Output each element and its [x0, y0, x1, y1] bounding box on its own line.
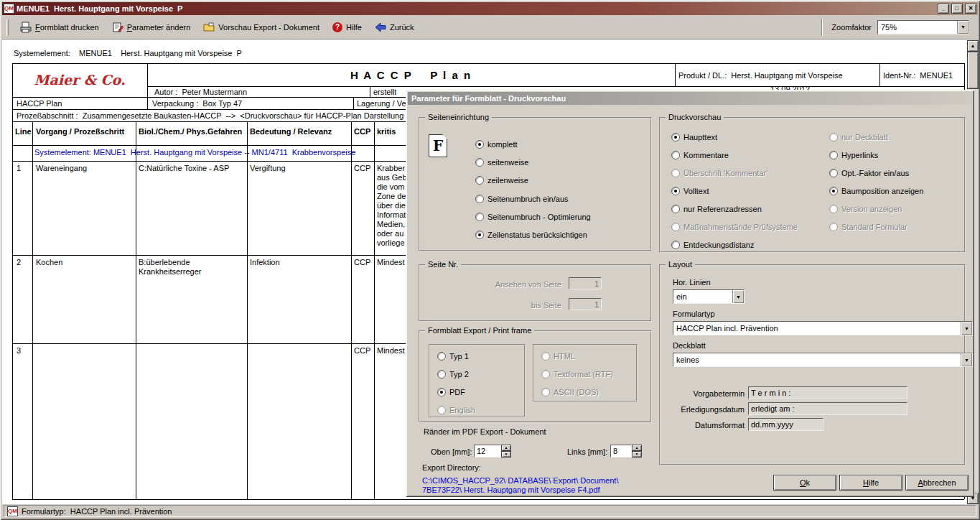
- status-text: Formulartyp: HACCP Plan incl. Prävention: [22, 507, 172, 516]
- help-button[interactable]: ? Hilfe: [330, 21, 365, 34]
- von-seite-label: Ansehen von Seite: [431, 280, 561, 289]
- radio-icon: [671, 205, 680, 213]
- cancel-button[interactable]: Abbrechen: [905, 475, 969, 491]
- radio-english: English: [437, 405, 475, 415]
- preview-export-label: Vorschau Export - Dokument: [218, 23, 319, 32]
- window-titlebar[interactable]: QM MENUE1 Herst. Hauptgang mit Vorspeise…: [2, 2, 978, 15]
- radio-opt-faktor[interactable]: Opt.-Faktor ein/aus: [829, 168, 909, 178]
- export-path-line1[interactable]: C:\CIMOS_HACCP_92\ DATABASE\ Export\ Doc…: [422, 476, 618, 485]
- spin-down-icon[interactable]: ▼: [501, 451, 511, 458]
- radio-ueberschrift-kommentar: Überschrift 'Kommentar': [671, 168, 767, 178]
- verpackung-cell: Verpackung : Box Typ 47: [152, 99, 242, 108]
- app-qm-icon[interactable]: QM: [4, 4, 14, 14]
- spin-down-icon[interactable]: ▼: [632, 451, 642, 458]
- dialog-titlebar[interactable]: Parameter für Formblatt - Druckvorschau: [408, 92, 972, 105]
- deckblatt-combobox[interactable]: keines ▼: [673, 353, 973, 367]
- chevron-down-icon[interactable]: ▼: [961, 353, 972, 366]
- links-input[interactable]: 8: [610, 445, 632, 458]
- formulartyp-combobox[interactable]: HACCP Plan incl. Prävention ▼: [673, 321, 973, 335]
- oben-spinner[interactable]: ▲ ▼: [501, 445, 511, 458]
- radio-icon: [829, 133, 838, 141]
- von-seite-input[interactable]: 1: [569, 277, 602, 289]
- vorgabetermin-input[interactable]: T e r m i n :: [748, 386, 907, 399]
- row2-gefahren: B:überlebende Krankheitserreger: [139, 258, 201, 277]
- radio-icon: [671, 169, 680, 177]
- links-label: Links [mm]:: [567, 447, 607, 456]
- back-button[interactable]: Zurück: [372, 20, 417, 34]
- col-header-gefahren: Biol./Chem./ Phys.Gefahren: [139, 127, 242, 136]
- radio-kommentare[interactable]: Kommentare: [671, 150, 729, 160]
- spin-up-icon[interactable]: ▲: [501, 445, 511, 451]
- radio-komplett[interactable]: komplett: [475, 139, 518, 149]
- window-title: MENUE1 Herst. Hauptgang mit Vorspeise P: [17, 4, 935, 13]
- radio-typ2[interactable]: Typ 2: [437, 369, 469, 379]
- chevron-down-icon[interactable]: ▼: [961, 322, 972, 335]
- radio-zeilenweise[interactable]: zeilenweise: [475, 175, 528, 185]
- system-element-line: Systemelement: MENUE1 Herst. Hauptgang m…: [14, 49, 242, 57]
- radio-label: ASCII (DOS): [554, 388, 599, 396]
- scroll-up-icon[interactable]: ▲: [967, 40, 979, 52]
- systemelement-link-row[interactable]: Systemelement: MENUE1 Herst. Hauptgang m…: [34, 148, 355, 157]
- radio-referenzadressen[interactable]: nur Referenzadressen: [671, 204, 762, 214]
- zoom-combobox[interactable]: 75% ▼: [877, 20, 969, 34]
- radio-seitenumbruch-optimierung[interactable]: Seitenumbruch - Optimierung: [475, 212, 591, 222]
- ok-button[interactable]: Ok: [773, 475, 836, 491]
- radio-seitenweise[interactable]: seitenweise: [475, 157, 528, 167]
- oben-input[interactable]: 12: [474, 445, 501, 458]
- radio-baumposition[interactable]: Baumposition anzeigen: [829, 186, 923, 196]
- radio-haupttext[interactable]: Haupttext: [671, 132, 717, 142]
- back-arrow-icon: [375, 22, 386, 33]
- hor-linien-label: Hor. Linien: [673, 278, 711, 287]
- radio-nur-deckblatt: nur Deckblatt: [829, 132, 888, 142]
- radio-typ1[interactable]: Typ 1: [437, 351, 469, 361]
- maximize-button[interactable]: □: [951, 4, 963, 14]
- hor-linien-combobox[interactable]: ein ▼: [673, 289, 745, 304]
- radio-icon: [541, 370, 550, 379]
- radio-icon: [671, 187, 680, 195]
- radio-pdf[interactable]: PDF: [437, 387, 465, 397]
- toolbar-grip[interactable]: [6, 19, 9, 35]
- bis-seite-label: bis Seite: [431, 301, 561, 310]
- links-spinner[interactable]: ▲ ▼: [632, 445, 642, 458]
- chevron-down-icon[interactable]: ▼: [957, 21, 969, 34]
- vorgabetermin-label: Vorgabetermin: [662, 389, 745, 398]
- erledigungsdatum-input[interactable]: erledigt am :: [748, 402, 907, 415]
- spin-up-icon[interactable]: ▲: [632, 445, 642, 451]
- group-formblatt-export-label: Formblatt Export / Print frame: [425, 326, 534, 335]
- group-druckvorschau-label: Druckvorschau: [666, 113, 724, 122]
- radio-entdeckungsdistanz[interactable]: Entdeckungsdistanz: [671, 240, 754, 250]
- radio-zeilenstatus[interactable]: Zeilenstatus berücksichtigen: [475, 230, 587, 240]
- deckblatt-label: Deckblatt: [673, 341, 706, 350]
- datumsformat-input[interactable]: dd.mm.yyyy: [748, 418, 823, 431]
- radio-volltext[interactable]: Volltext: [671, 186, 709, 196]
- radio-icon: [475, 158, 484, 167]
- chevron-down-icon[interactable]: ▼: [732, 290, 744, 303]
- change-parameters-button[interactable]: Parameter ändern: [109, 20, 194, 34]
- radio-seitenumbruch[interactable]: Seitenumbruch ein/aus: [475, 194, 569, 204]
- print-form-label: Formblatt drucken: [35, 23, 99, 32]
- close-button[interactable]: ✕: [965, 4, 976, 14]
- scrollbar-thumb[interactable]: [967, 52, 979, 89]
- col-header-kritisch: kritis: [377, 127, 396, 136]
- col-header-bedeutung: Bedeutung / Relevanz: [250, 127, 332, 136]
- group-seite-nr-label: Seite Nr.: [425, 260, 461, 269]
- row1-bedeutung: Vergiftung: [250, 164, 286, 172]
- help-icon: ?: [332, 22, 342, 32]
- export-path-line2[interactable]: 7BE73F22\ Herst. Hauptgang mit Vorspeise…: [422, 486, 600, 494]
- group-layout-label: Layout: [666, 260, 695, 269]
- radio-icon: [475, 176, 484, 185]
- prozessabschnitt-line: Prozeßabschnitt : Zusammengesetzte Bauka…: [17, 111, 427, 120]
- bis-seite-input[interactable]: 1: [569, 298, 602, 310]
- haccp-plan-title: H A C C P P l a n: [147, 69, 675, 81]
- toolbar: Formblatt drucken Parameter ändern Vorsc…: [2, 15, 978, 40]
- radio-version-anzeigen: Version anzeigen: [829, 204, 902, 214]
- dialog-help-button[interactable]: Hilfe: [839, 475, 902, 491]
- radio-icon: [671, 151, 680, 159]
- print-form-button[interactable]: Formblatt drucken: [17, 20, 102, 34]
- radio-hyperlinks[interactable]: Hyperlinks: [829, 150, 878, 160]
- minimize-button[interactable]: _: [938, 4, 949, 14]
- radio-label: Entdeckungsdistanz: [683, 241, 754, 249]
- hor-linien-value: ein: [673, 292, 732, 301]
- radio-label: Standard Formular: [841, 223, 907, 231]
- preview-export-button[interactable]: Vorschau Export - Dokument: [200, 20, 322, 34]
